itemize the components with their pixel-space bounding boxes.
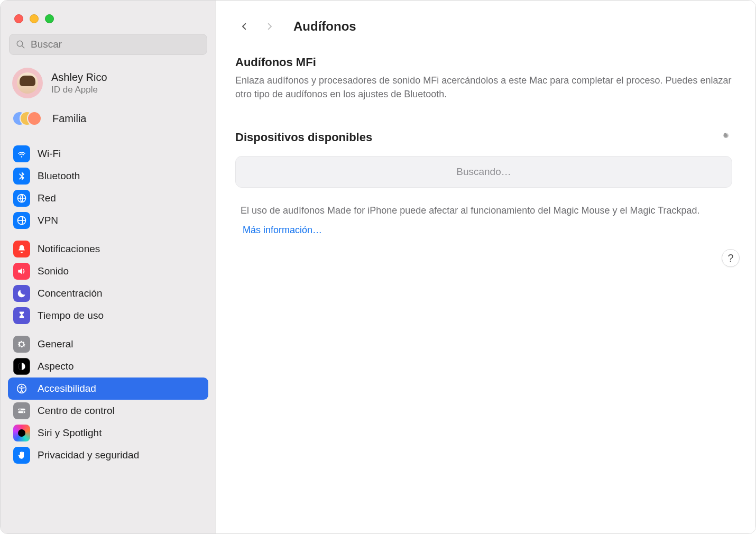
vpn-icon: [13, 212, 30, 229]
sidebar-item-label: Notificaciones: [38, 243, 100, 255]
accessibility-icon: [13, 380, 30, 397]
sidebar-item-bluetooth[interactable]: Bluetooth: [8, 165, 208, 187]
sidebar-item-appearance[interactable]: Aspecto: [8, 355, 208, 378]
family-label: Familia: [52, 113, 86, 125]
hand-icon: [13, 447, 30, 464]
spinner-icon: [718, 131, 732, 144]
sidebar-item-label: Red: [38, 192, 56, 204]
bell-icon: [13, 241, 30, 257]
sidebar-item-focus[interactable]: Concentración: [8, 282, 208, 305]
sidebar-item-screentime[interactable]: Tiempo de uso: [8, 305, 208, 327]
devices-title: Dispositivos disponibles: [235, 131, 372, 144]
svg-point-10: [23, 411, 24, 412]
search-field[interactable]: [9, 34, 207, 55]
sidebar-item-vpn[interactable]: VPN: [8, 209, 208, 232]
chevron-left-icon: [239, 22, 249, 31]
sidebar-item-siri[interactable]: Siri y Spotlight: [8, 422, 208, 444]
family-icon: [12, 110, 43, 127]
family-row[interactable]: Familia: [8, 103, 208, 136]
svg-rect-8: [18, 411, 25, 413]
avatar: [12, 68, 43, 98]
page-title: Audífonos: [293, 19, 356, 34]
devices-section: Dispositivos disponibles Buscando… El us…: [235, 131, 732, 236]
main-panel: Audífonos Audífonos MFi Enlaza audífonos…: [216, 1, 755, 533]
svg-point-6: [21, 385, 23, 387]
bluetooth-icon: [13, 168, 30, 185]
sidebar-item-label: Privacidad y seguridad: [38, 449, 139, 461]
mfi-section: Audífonos MFi Enlaza audífonos y procesa…: [235, 56, 732, 101]
hourglass-icon: [13, 307, 30, 324]
account-name: Ashley Rico: [51, 71, 107, 84]
mfi-description: Enlaza audífonos y procesadores de sonid…: [235, 73, 732, 101]
wifi-icon: [13, 145, 30, 162]
sidebar-item-label: Siri y Spotlight: [38, 427, 102, 439]
help-button[interactable]: ?: [722, 249, 740, 267]
settings-window: Ashley Rico ID de Apple Familia Wi-Fi Bl…: [0, 0, 756, 534]
sidebar-item-label: Tiempo de uso: [38, 310, 104, 321]
siri-icon: [13, 425, 30, 441]
sidebar-item-general[interactable]: General: [8, 333, 208, 355]
sidebar-item-label: Concentración: [38, 288, 103, 299]
sidebar-item-notifications[interactable]: Notificaciones: [8, 238, 208, 260]
maximize-window-button[interactable]: [45, 14, 54, 23]
back-button[interactable]: [235, 17, 253, 35]
sidebar-item-sound[interactable]: Sonido: [8, 260, 208, 282]
sidebar-item-label: Wi-Fi: [38, 148, 61, 160]
speaker-icon: [13, 263, 30, 280]
forward-button: [261, 17, 279, 35]
minimize-window-button[interactable]: [30, 14, 39, 23]
search-input[interactable]: [31, 39, 200, 50]
search-icon: [16, 40, 25, 49]
sidebar-item-privacy[interactable]: Privacidad y seguridad: [8, 444, 208, 466]
gear-icon: [13, 336, 30, 353]
sidebar: Ashley Rico ID de Apple Familia Wi-Fi Bl…: [1, 1, 216, 533]
globe-icon: [13, 190, 30, 207]
account-subtitle: ID de Apple: [51, 85, 107, 95]
more-info-link[interactable]: Más información…: [243, 225, 322, 235]
sidebar-item-label: Centro de control: [38, 405, 115, 417]
svg-point-9: [20, 409, 21, 410]
mfi-title: Audífonos MFi: [235, 56, 732, 69]
header: Audífonos: [235, 13, 732, 40]
appearance-icon: [13, 358, 30, 375]
sidebar-nav: Wi-Fi Bluetooth Red VPN: [8, 136, 208, 533]
moon-icon: [13, 285, 30, 302]
window-controls: [8, 12, 208, 34]
sidebar-item-label: Aspecto: [38, 361, 74, 372]
sidebar-item-label: Accesibilidad: [38, 383, 96, 394]
searching-status: Buscando…: [235, 156, 732, 188]
svg-rect-7: [18, 409, 25, 410]
sidebar-item-accessibility[interactable]: Accesibilidad: [8, 378, 208, 400]
sidebar-item-wifi[interactable]: Wi-Fi: [8, 143, 208, 165]
sidebar-item-label: Sonido: [38, 265, 69, 277]
control-center-icon: [13, 402, 30, 419]
devices-note: El uso de audífonos Made for iPhone pued…: [235, 204, 732, 217]
apple-id-row[interactable]: Ashley Rico ID de Apple: [8, 66, 208, 103]
close-window-button[interactable]: [14, 14, 23, 23]
sidebar-item-label: General: [38, 338, 73, 350]
chevron-right-icon: [265, 22, 274, 31]
svg-line-1: [22, 45, 24, 48]
sidebar-item-label: Bluetooth: [38, 170, 80, 182]
sidebar-item-controlcenter[interactable]: Centro de control: [8, 400, 208, 422]
searching-label: Buscando…: [456, 166, 511, 178]
sidebar-item-network[interactable]: Red: [8, 187, 208, 209]
sidebar-item-label: VPN: [38, 215, 58, 226]
